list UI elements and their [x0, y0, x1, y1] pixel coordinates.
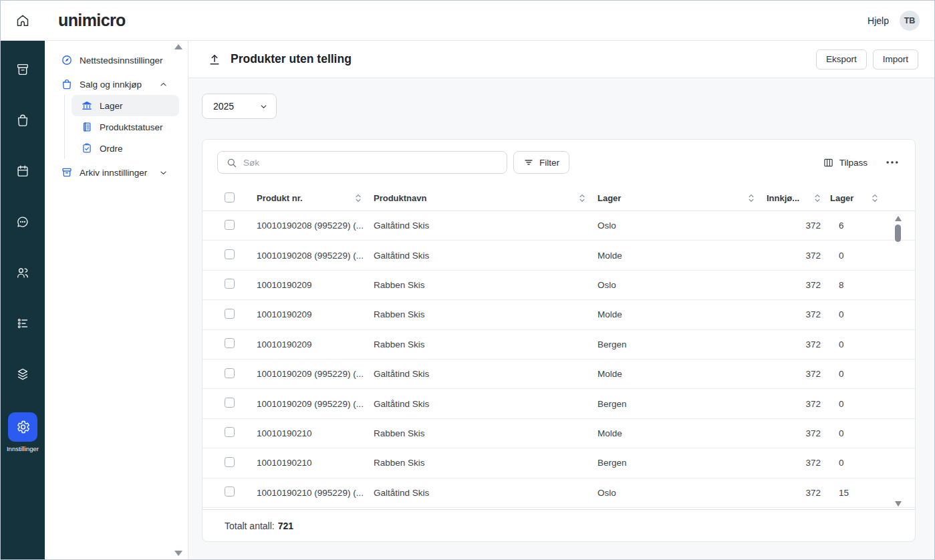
row-checkbox[interactable] [225, 249, 235, 259]
table-row[interactable]: 10010190208 (995229) (... Galtåtind Skis… [203, 241, 915, 270]
settings-button[interactable] [8, 412, 37, 442]
chat-icon [15, 215, 30, 229]
cell-lager: Oslo [597, 221, 767, 231]
page-title: Produkter uten telling [231, 52, 352, 66]
row-checkbox[interactable] [225, 338, 235, 348]
home-button[interactable] [1, 13, 45, 28]
cell-produktnavn: Galtåtind Skis [374, 399, 597, 409]
sort-icon[interactable] [579, 194, 585, 202]
cell-lager: Molde [597, 309, 767, 319]
scroll-up-icon[interactable] [895, 216, 902, 221]
cell-produktnavn: Galtåtind Skis [374, 221, 597, 231]
shopping-bag-icon [61, 78, 73, 90]
total-count-value: 721 [278, 521, 293, 531]
cell-innkjop: 372 [767, 251, 830, 261]
filter-icon [523, 157, 534, 168]
rail-item-contacts[interactable] [15, 265, 30, 280]
row-checkbox[interactable] [225, 398, 235, 408]
search-box [217, 151, 507, 174]
rail-item-layers[interactable] [15, 367, 30, 382]
row-checkbox[interactable] [225, 427, 235, 437]
table-row[interactable]: 10010190210 (995229) (... Galtåtind Skis… [203, 478, 915, 508]
row-checkbox[interactable] [225, 486, 235, 497]
total-count-label: Totalt antall: [225, 521, 275, 531]
topbar: unimicro Hjelp TB [1, 1, 934, 41]
sidebar-item-ordre[interactable]: Ordre [72, 138, 179, 159]
export-button[interactable]: Eksport [816, 49, 867, 69]
sidebar-item-lager[interactable]: Lager [72, 95, 179, 116]
sort-icon[interactable] [814, 194, 821, 202]
row-checkbox[interactable] [225, 368, 235, 378]
sidebar-item-arkiv-innstillinger[interactable]: Arkiv innstillinger [45, 160, 188, 184]
import-button[interactable]: Import [873, 49, 918, 69]
rail-item-calendar[interactable] [15, 164, 30, 178]
scrollbar-thumb[interactable] [895, 225, 901, 242]
rail-item-sales[interactable] [15, 113, 30, 128]
search-input[interactable] [243, 158, 500, 168]
cell-innkjop: 372 [767, 369, 830, 379]
table-scrollbar[interactable] [894, 216, 902, 507]
row-checkbox[interactable] [225, 309, 235, 319]
gear-icon [15, 419, 31, 435]
table-row[interactable]: 10010190209 (995229) (... Galtåtind Skis… [203, 389, 915, 418]
cell-lager-antall: 8 [830, 280, 897, 290]
cell-lager: Bergen [597, 399, 767, 409]
sidebar-item-produktstatuser[interactable]: Produktstatuser [72, 116, 179, 138]
column-header-produkt-nr[interactable]: Produkt nr. [257, 193, 374, 203]
cell-produkt-nr: 10010190210 (995229) (... [257, 488, 374, 498]
sidebar-item-salg-og-innkjop[interactable]: Salg og innkjøp [45, 72, 188, 96]
rail-item-tasks[interactable] [15, 316, 30, 331]
cell-produktnavn: Galtåtind Skis [374, 251, 597, 261]
users-icon [15, 265, 30, 280]
checklist-icon [15, 316, 30, 331]
column-header-innkjop[interactable]: Innkjø... [767, 193, 830, 203]
help-link[interactable]: Hjelp [867, 15, 889, 26]
column-header-lager-2[interactable]: Lager [830, 193, 897, 203]
row-checkbox[interactable] [225, 279, 235, 289]
cell-produktnavn: Rabben Skis [374, 458, 597, 468]
cell-lager-antall: 0 [830, 458, 897, 468]
table-row[interactable]: 10010190210 Rabben Skis Molde 372 0 [203, 419, 915, 448]
cell-lager-antall: 0 [830, 309, 897, 319]
sidebar-item-nettstedsinnstillinger[interactable]: Nettstedsinnstillinger [45, 48, 188, 72]
row-checkbox[interactable] [225, 220, 235, 230]
rail-item-archive[interactable] [15, 62, 30, 77]
column-header-produktnavn[interactable]: Produktnavn [374, 193, 597, 203]
cell-innkjop: 372 [767, 428, 830, 438]
filter-button[interactable]: Filter [513, 151, 569, 174]
avatar[interactable]: TB [900, 11, 920, 31]
row-checkbox[interactable] [225, 457, 235, 467]
table-toolbar: Filter Tilpass [203, 140, 915, 174]
table-row[interactable]: 10010190209 Rabben Skis Molde 372 0 [203, 300, 915, 329]
sidebar-scroll-down-icon[interactable] [174, 551, 182, 556]
customize-columns-label: Tilpass [839, 158, 867, 168]
cell-lager: Molde [597, 428, 767, 438]
cell-lager-antall: 6 [830, 221, 897, 231]
cell-produkt-nr: 10010190208 (995229) (... [257, 251, 374, 261]
sidebar-scroll-up-icon[interactable] [174, 44, 182, 49]
customize-columns-button[interactable]: Tilpass [823, 157, 867, 168]
table-row[interactable]: 10010190209 Rabben Skis Oslo 372 8 [203, 271, 915, 300]
home-icon [15, 13, 30, 28]
column-header-lager[interactable]: Lager [597, 193, 767, 203]
sort-icon[interactable] [748, 194, 755, 202]
sort-icon[interactable] [872, 194, 878, 202]
scroll-down-icon[interactable] [895, 501, 902, 507]
sort-icon[interactable] [355, 194, 362, 202]
table-row[interactable]: 10010190208 (995229) (... Galtåtind Skis… [203, 211, 915, 241]
table-row[interactable]: 10010190209 (995229) (... Galtåtind Skis… [203, 360, 915, 389]
year-select[interactable]: 2025 [202, 94, 277, 119]
cell-produktnavn: Galtåtind Skis [374, 369, 597, 379]
warehouse-icon [81, 100, 93, 112]
cell-lager: Oslo [597, 488, 767, 498]
select-all-checkbox[interactable] [225, 192, 235, 202]
export-page-icon[interactable] [208, 53, 221, 66]
rail-item-chat[interactable] [15, 215, 30, 229]
table-row[interactable]: 10010190210 Rabben Skis Bergen 372 0 [203, 448, 915, 478]
more-options-button[interactable] [886, 158, 898, 167]
sidebar-item-label: Arkiv innstillinger [80, 168, 147, 178]
table-row[interactable]: 10010190209 Rabben Skis Bergen 372 0 [203, 330, 915, 360]
archive-box-icon [61, 166, 73, 178]
cell-lager-antall: 0 [830, 428, 897, 438]
cell-innkjop: 372 [767, 488, 830, 498]
